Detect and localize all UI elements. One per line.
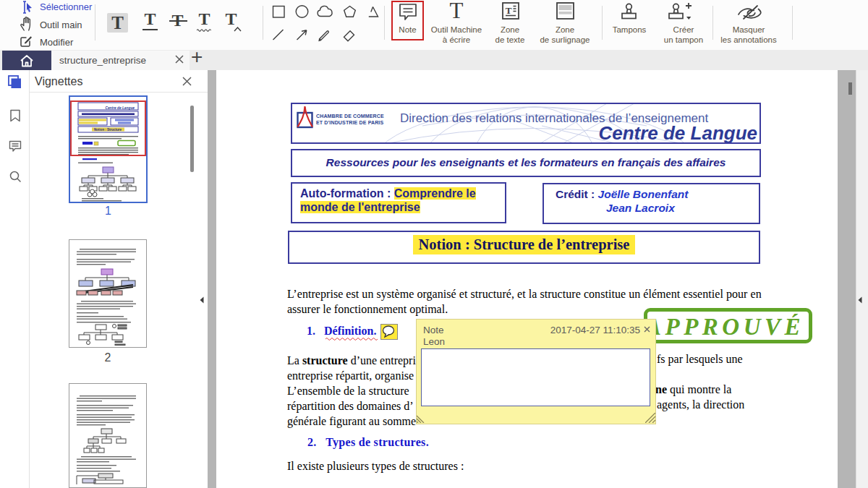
svg-text:T: T bbox=[506, 5, 512, 16]
